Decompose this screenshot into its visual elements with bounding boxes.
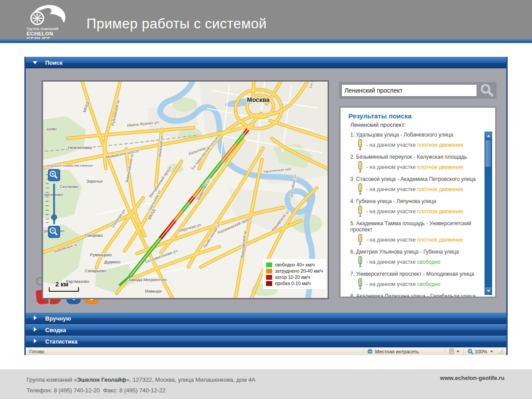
statusbar-separator — [464, 348, 465, 355]
svg-text:Мамыри: Мамыри — [145, 289, 161, 293]
legend-label: пробка 0-10 км/ч — [275, 281, 311, 286]
result-route: 7. Университетский проспект - Молодежная… — [350, 271, 479, 277]
svg-text:Немчиновка: Немчиновка — [68, 145, 92, 150]
logo-group-caption: Группа компаний — [27, 27, 59, 31]
traffic-light-icon — [357, 161, 363, 172]
accordion-summary[interactable]: Сводка — [26, 324, 506, 336]
legend-label: затруднено 20-40 км/ч — [275, 268, 323, 274]
search-button[interactable] — [477, 82, 497, 99]
security-zone-indicator: Местная интрасеть — [367, 348, 442, 354]
svg-text:шово: шово — [47, 126, 57, 131]
legend-swatch — [266, 281, 272, 286]
chevron-down-icon — [33, 61, 37, 64]
accordion-search[interactable]: Поиск — [26, 57, 506, 68]
security-zone-label: Местная интрасеть — [375, 349, 419, 354]
result-route: 1. Удальцова улица - Лобачевского улица — [350, 132, 479, 138]
legend-swatch — [266, 262, 272, 267]
statusbar-separator — [364, 348, 364, 355]
search-panel: С — [26, 68, 506, 313]
arrow-down-icon — [487, 290, 490, 292]
traffic-map[interactable]: МоскваМКАДРублевское ш.Ивана Франко ул.М… — [42, 80, 329, 299]
page-zoom-control[interactable]: 100% — [467, 348, 495, 355]
accordion-summary-label: Сводка — [45, 327, 66, 333]
results-list: 1. Удальцова улица - Лобачевского улица-… — [350, 132, 479, 298]
result-route: 2. Безымянный переулок - Калужская площа… — [350, 154, 479, 160]
zoom-slider-thumb[interactable] — [51, 215, 57, 220]
result-status: - на данном участке плотное движение — [366, 164, 463, 170]
result-item: 8. Академика Пилюгина улица - Гарибальди… — [350, 293, 479, 298]
scrollbar-thumb[interactable] — [485, 140, 492, 167]
scrollbar-up-button[interactable] — [485, 132, 492, 139]
slide-footer: Группа компаний «Эшелон Геолайф», 127322… — [0, 369, 532, 399]
result-item: 5. Академика Тамма площадь - Университет… — [350, 220, 479, 245]
legend-row: пробка 0-10 км/ч — [266, 281, 323, 286]
svg-text:2 км: 2 км — [55, 281, 68, 288]
company-contacts: Группа компаний «Эшелон Геолайф», 127322… — [27, 375, 255, 396]
search-input[interactable] — [341, 84, 477, 97]
result-status: - на данном участке плотное движение — [366, 208, 463, 215]
result-item: 1. Удальцова улица - Лобачевского улица-… — [350, 132, 479, 150]
traffic-light-icon — [357, 256, 363, 267]
chevron-down-icon[interactable] — [490, 351, 493, 352]
legend-label: затор 10-20 км/ч — [275, 274, 310, 280]
accordion-search-label: Поиск — [45, 59, 63, 66]
search-results-panel: Результаты поиска Ленинский проспект: 1.… — [339, 106, 497, 298]
app-window: Поиск С — [24, 57, 508, 355]
svg-text:Заречье: Заречье — [86, 179, 102, 184]
svg-text:сельского хозяйства Немчин: сельского хозяйства Немчин — [46, 164, 93, 168]
result-status: - на данном участке плотное движение — [366, 237, 463, 243]
accordion-statistics[interactable]: Статистика — [26, 336, 506, 347]
result-item: 3. Стасовой улица - Академика Петровског… — [350, 176, 479, 195]
arrow-up-icon — [487, 135, 490, 137]
traffic-light-icon — [357, 184, 363, 195]
chevron-right-icon — [34, 339, 37, 343]
result-route: 5. Академика Тамма площадь - Университет… — [350, 220, 479, 233]
traffic-light-icon — [357, 278, 363, 289]
search-bar — [339, 82, 497, 99]
result-route: 8. Академика Пилюгина улица - Гарибальди… — [350, 293, 479, 298]
zoom-in-button[interactable] — [48, 169, 60, 181]
legend-swatch — [266, 269, 272, 274]
traffic-light-icon — [357, 206, 363, 217]
legend-row: свободно 40+ км/ч — [266, 262, 323, 267]
zoom-out-button[interactable] — [48, 226, 60, 238]
legend-swatch — [266, 275, 272, 280]
traffic-light-icon — [357, 234, 363, 245]
svg-text:Картмазово: Картмазово — [66, 279, 89, 284]
chevron-down-icon[interactable] — [457, 351, 459, 352]
intranet-globe-icon — [367, 348, 373, 354]
result-status: - на данном участке свободно — [366, 259, 440, 265]
header-accent-bar — [0, 39, 532, 43]
resize-grip[interactable] — [498, 349, 504, 354]
svg-text:Москва: Москва — [247, 96, 270, 103]
echelon-geolife-logo-icon — [27, 4, 67, 27]
result-route: 3. Стасовой улица - Академика Петровског… — [350, 176, 479, 182]
status-ready-text: Готово — [29, 349, 361, 354]
statusbar-separator — [445, 348, 446, 355]
scrollbar-down-button[interactable] — [485, 287, 492, 294]
result-item: 7. Университетский проспект - Молодежная… — [350, 271, 479, 289]
traffic-legend: свободно 40+ км/чзатруднено 20-40 км/чза… — [263, 259, 326, 289]
slide: Группа компаний ECHELON GEOLIFE Пример р… — [0, 0, 532, 399]
legend-row: затор 10-20 км/ч — [266, 274, 323, 280]
accordion-manual[interactable]: Вручную — [26, 313, 506, 324]
results-query-label: Ленинский проспект: — [350, 121, 495, 128]
page-title: Пример работы с системой — [86, 16, 267, 32]
company-phones: Телефон: 8 (495) 740-12-20 Факс: 8 (495)… — [27, 385, 255, 396]
legend-row: затруднено 20-40 км/ч — [266, 268, 323, 274]
svg-text:Говорово: Говорово — [85, 233, 103, 238]
slide-header: Группа компаний ECHELON GEOLIFE Пример р… — [0, 0, 532, 39]
svg-text:Сапарьево: Сапарьево — [85, 268, 106, 273]
legend-label: свободно 40+ км/ч — [275, 262, 315, 267]
svg-text:Сколково: Сколково — [60, 184, 78, 189]
result-item: 2. Безымянный переулок - Калужская площа… — [350, 154, 479, 172]
browser-status-bar: Готово Местная интрасеть — [26, 347, 506, 355]
search-icon — [480, 83, 494, 98]
results-heading: Результаты поиска — [348, 112, 495, 120]
company-address: Группа компаний «Эшелон Геолайф», 127322… — [27, 375, 255, 385]
svg-text:Румянцево: Румянцево — [90, 252, 112, 257]
zoom-level-value: 100% — [475, 349, 487, 354]
svg-text:Завода Мосрентген: Завода Мосрентген — [128, 277, 167, 282]
result-item: 6. Дмитрия Ульянова улица - Губкина улиц… — [350, 249, 479, 267]
results-scrollbar[interactable] — [485, 132, 492, 295]
